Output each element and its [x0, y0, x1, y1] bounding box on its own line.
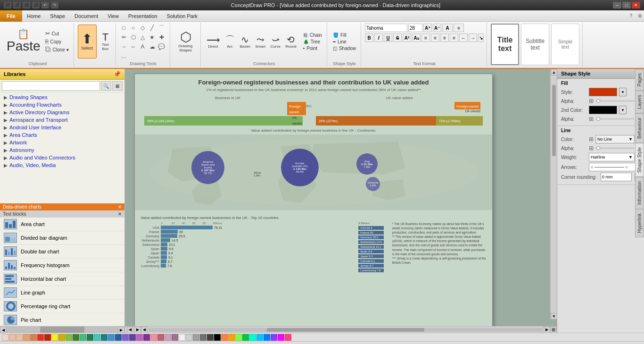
close-active-lib[interactable]: ✕ — [118, 204, 122, 210]
color-swatch[interactable] — [221, 334, 228, 341]
color-swatch[interactable] — [23, 334, 30, 341]
dt-line[interactable]: ╱ — [148, 24, 157, 32]
dt-circle[interactable]: ○ — [129, 24, 138, 32]
italic-button[interactable]: I — [374, 34, 383, 42]
chart-item-pie[interactable]: Pie chart — [0, 313, 124, 327]
color-swatch[interactable] — [271, 334, 277, 341]
maximize-button[interactable]: □ — [622, 2, 631, 8]
dt-callout[interactable]: 💬 — [157, 42, 166, 51]
lib-scroll-left[interactable]: ◀ — [0, 327, 7, 333]
settings-icon[interactable]: ⚙ — [636, 13, 644, 18]
align-center-button[interactable]: ≡ — [431, 34, 439, 42]
oceania-bubble[interactable]: Oceania1.9% — [366, 177, 380, 191]
fill-style-dropdown[interactable]: ▼ — [619, 88, 627, 96]
dt-poly1[interactable]: ⬡ — [129, 33, 138, 42]
lib-item-drawing-shapes[interactable]: ▶ Drawing Shapes — [0, 93, 124, 101]
file-menu[interactable]: File — [0, 10, 22, 22]
line-button[interactable]: ━ Line — [331, 39, 358, 45]
paste-button[interactable]: 📋 Paste — [5, 27, 42, 56]
v-scroll-up[interactable]: ▲ — [551, 69, 557, 76]
color-swatch[interactable] — [16, 334, 23, 341]
undo-icon[interactable]: ↶ — [41, 2, 49, 8]
view-menu[interactable]: View — [103, 10, 124, 22]
round-button[interactable]: ⟲ Round — [283, 34, 298, 50]
h-scroll-track[interactable] — [149, 328, 543, 332]
bezier-button[interactable]: ∿ Bezier — [238, 34, 253, 50]
lib-item-audio-media[interactable]: ▶ Audio, Video, Media — [0, 161, 124, 169]
tree-button[interactable]: 🌲 Tree — [301, 39, 324, 45]
clone-button[interactable]: ⿻ Clone ▾ — [43, 46, 71, 53]
color-swatch[interactable] — [115, 334, 122, 341]
curve-button[interactable]: ⤻ Curve — [268, 34, 282, 50]
dt-rect[interactable]: □ — [120, 24, 128, 32]
lib-scroll-track[interactable] — [7, 327, 118, 333]
tab-shape-style[interactable]: Shape Style — [635, 143, 644, 177]
smart-button[interactable]: ⤳ Smart — [253, 34, 267, 50]
dt-arrow[interactable]: → — [120, 42, 128, 51]
drawing-shapes-button[interactable]: ⬡ DrawingShapes — [174, 25, 198, 59]
color-swatch[interactable] — [165, 334, 171, 341]
dt-more[interactable]: … — [120, 52, 128, 60]
document-menu[interactable]: Document — [70, 10, 103, 22]
dt-cross[interactable]: ✚ — [157, 33, 166, 42]
bold-button[interactable]: B — [365, 34, 373, 42]
font-family-input[interactable] — [365, 24, 407, 32]
pin-icon[interactable]: 📌 — [114, 71, 121, 77]
color-swatch[interactable] — [129, 334, 136, 341]
presentation-menu[interactable]: Presentation — [124, 10, 162, 22]
lib-item-area-charts[interactable]: ▶ Area Charts — [0, 131, 124, 139]
superscript-button[interactable]: A² — [403, 34, 411, 42]
second-color-dropdown[interactable]: ▼ — [619, 106, 627, 114]
dt-diamond[interactable]: ◇ — [139, 24, 147, 32]
europe-bubble[interactable]: Europe(outside UK)£ 134.4bn49.8% — [281, 149, 319, 186]
lib-item-active-directory[interactable]: ▶ Active Directory Diagrams — [0, 109, 124, 116]
color-swatch[interactable] — [228, 334, 235, 341]
color-swatch[interactable] — [235, 334, 242, 341]
solution-park-menu[interactable]: Solution Park — [162, 10, 202, 22]
tab-layers[interactable]: Layers — [635, 91, 644, 113]
weight-dropdown[interactable]: Hairline ▼ — [589, 153, 635, 161]
redo-icon[interactable]: ↷ — [51, 2, 58, 8]
color-swatch[interactable] — [73, 334, 79, 341]
canvas-scroll[interactable]: ▲ ▼ Foreign-owned registered businesses … — [125, 69, 557, 326]
color-swatch[interactable] — [80, 334, 86, 341]
fill-button[interactable]: 🪣 Fill — [331, 32, 358, 38]
dt-dbl-arrow[interactable]: ↔ — [129, 42, 138, 51]
color-swatch[interactable] — [58, 334, 65, 341]
color-swatch[interactable] — [94, 334, 100, 341]
indent-less-button[interactable]: ← — [459, 34, 468, 42]
chart-item-line[interactable]: Line graph — [0, 286, 124, 300]
color-swatch[interactable] — [44, 334, 51, 341]
color-swatch[interactable] — [214, 334, 221, 341]
lib-item-android[interactable]: ▶ Android User Interface — [0, 124, 124, 131]
color-swatch[interactable] — [278, 334, 284, 341]
lib-item-astronomy[interactable]: ▶ Astronomy — [0, 146, 124, 154]
dt-poly2[interactable]: △ — [139, 33, 147, 42]
title-text-style[interactable]: Titletext — [491, 24, 519, 65]
color-swatch[interactable] — [87, 334, 93, 341]
color-swatch[interactable] — [122, 334, 129, 341]
font-color-button[interactable]: A — [442, 24, 453, 32]
close-button[interactable]: ✕ — [632, 2, 640, 8]
tab-information[interactable]: Information — [635, 177, 644, 209]
chart-item-percentage-ring[interactable]: Percentage ring chart — [0, 300, 124, 313]
chart-item-divided-bar[interactable]: Divided bar diagram — [0, 231, 124, 245]
font-grow-button[interactable]: A⁺ — [423, 24, 432, 32]
lib-item-aerospace[interactable]: ▶ Aerospace and Transport — [0, 116, 124, 124]
color-swatch[interactable] — [249, 334, 256, 341]
color-swatch[interactable] — [37, 334, 44, 341]
strikethrough-button[interactable]: S̶ — [393, 34, 402, 42]
library-search-button[interactable]: 🔍 — [101, 81, 111, 91]
font-size-input[interactable] — [408, 24, 422, 32]
corner-value[interactable]: 0 mm — [601, 173, 632, 181]
v-scroll-track[interactable] — [551, 76, 557, 313]
font-more-button[interactable]: ≡ — [454, 24, 464, 32]
arc-button[interactable]: ⌒ Arc — [223, 34, 237, 50]
copy-button[interactable]: ⎘ Copy — [43, 38, 71, 45]
fill-color-picker[interactable] — [589, 88, 617, 96]
color-swatch[interactable] — [2, 334, 8, 341]
color-swatch[interactable] — [66, 334, 72, 341]
asia-bubble[interactable]: Asia£ 21.3bn7.9% — [356, 153, 378, 175]
simple-text-style[interactable]: Simpletext — [551, 24, 579, 65]
textbox-button[interactable]: T TextBox — [99, 25, 113, 59]
